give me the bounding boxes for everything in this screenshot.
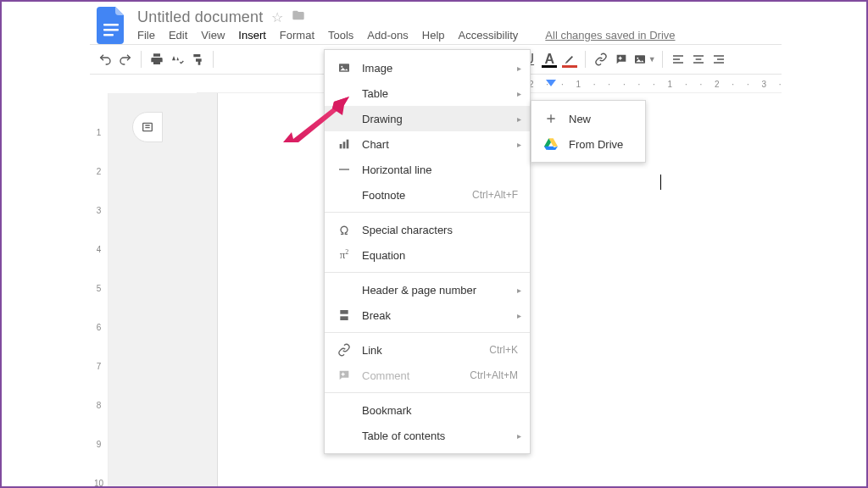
svg-rect-12 <box>347 140 349 149</box>
svg-rect-1 <box>103 29 119 31</box>
insert-menu-horizontal-line[interactable]: Horizontal line <box>325 157 530 182</box>
shortcut-label: Ctrl+K <box>489 344 518 356</box>
star-icon[interactable]: ☆ <box>271 9 283 25</box>
menu-help[interactable]: Help <box>422 29 445 42</box>
insert-menu-header-page-number[interactable]: Header & page number▸ <box>325 277 530 302</box>
redo-button[interactable] <box>115 49 136 69</box>
insert-menu-table[interactable]: Table▸ <box>325 80 530 106</box>
insert-menu-item-label: Drawing <box>362 113 403 125</box>
insert-menu-break[interactable]: Break▸ <box>325 302 530 328</box>
menubar: FileEditViewInsertFormatToolsAdd-onsHelp… <box>137 27 775 42</box>
svg-rect-13 <box>340 310 348 314</box>
submenu-arrow-icon: ▸ <box>517 311 521 320</box>
svg-rect-0 <box>103 24 119 26</box>
insert-menu-item-label: Equation <box>362 249 405 262</box>
menu-format[interactable]: Format <box>280 29 314 42</box>
insert-menu-item-label: Break <box>362 309 391 322</box>
insert-menu-item-label: Horizontal line <box>362 164 431 176</box>
insert-menu-item-label: Link <box>362 344 382 357</box>
svg-rect-16 <box>342 374 345 374</box>
menu-edit[interactable]: Edit <box>169 29 187 42</box>
submenu-arrow-icon: ▸ <box>517 140 521 149</box>
undo-button[interactable] <box>95 49 115 69</box>
insert-menu-chart[interactable]: Chart▸ <box>325 131 530 157</box>
insert-menu-bookmark[interactable]: Bookmark <box>325 397 530 423</box>
indent-marker-icon[interactable] <box>546 80 556 86</box>
insert-menu: Image▸Table▸Drawing▸Chart▸Horizontal lin… <box>324 49 531 454</box>
submenu-item-label: New <box>569 113 591 125</box>
svg-point-9 <box>341 66 342 68</box>
svg-rect-10 <box>340 144 342 148</box>
insert-menu-item-label: Footnote <box>362 189 405 202</box>
menu-accessibility[interactable]: Accessibility <box>459 29 519 42</box>
drive-icon <box>542 137 560 151</box>
menu-add-ons[interactable]: Add-ons <box>367 29 408 42</box>
plus-icon <box>542 112 560 125</box>
svg-rect-11 <box>343 141 346 148</box>
insert-comment-button[interactable] <box>611 49 632 69</box>
svg-marker-20 <box>544 147 555 150</box>
print-button[interactable] <box>147 49 167 69</box>
vertical-ruler: 12345678910 <box>90 93 108 486</box>
menu-insert[interactable]: Insert <box>238 29 266 42</box>
submenu-arrow-icon: ▸ <box>517 286 521 295</box>
insert-menu-item-label: Comment <box>362 369 409 382</box>
submenu-arrow-icon: ▸ <box>517 431 521 441</box>
break-icon <box>335 308 353 322</box>
drawing-submenu-from-drive[interactable]: From Drive <box>531 131 645 157</box>
highlight-color-button[interactable] <box>559 49 580 69</box>
text-color-button[interactable]: A <box>539 49 559 69</box>
insert-menu-item-label: Chart <box>362 138 389 151</box>
folder-icon[interactable] <box>292 8 305 25</box>
submenu-arrow-icon: ▸ <box>517 64 521 73</box>
omega-icon <box>335 223 353 236</box>
link-icon <box>335 343 353 357</box>
menu-file[interactable]: File <box>137 29 155 42</box>
document-title[interactable]: Untitled document <box>137 8 263 26</box>
paint-format-button[interactable] <box>187 49 208 69</box>
align-right-button[interactable] <box>709 49 729 69</box>
shortcut-label: Ctrl+Alt+F <box>472 189 518 201</box>
shortcut-label: Ctrl+Alt+M <box>470 369 518 381</box>
hr-icon <box>335 163 353 176</box>
align-left-button[interactable] <box>668 49 688 69</box>
insert-menu-drawing[interactable]: Drawing▸ <box>325 106 530 131</box>
svg-point-6 <box>637 58 638 59</box>
insert-menu-item-label: Bookmark <box>362 404 412 417</box>
pi-icon: π2 <box>335 248 353 262</box>
docs-app-icon[interactable] <box>97 7 125 44</box>
image-icon <box>335 61 353 75</box>
menu-tools[interactable]: Tools <box>328 29 353 42</box>
header: Untitled document ☆ FileEditViewInsertFo… <box>90 2 782 44</box>
insert-menu-footnote[interactable]: FootnoteCtrl+Alt+F <box>325 182 530 208</box>
insert-menu-special-characters[interactable]: Special characters <box>325 217 530 242</box>
submenu-arrow-icon: ▸ <box>517 89 521 98</box>
comment-icon <box>335 369 353 382</box>
text-cursor <box>660 175 661 190</box>
svg-rect-14 <box>340 316 348 320</box>
insert-link-button[interactable] <box>591 49 611 69</box>
insert-menu-item-label: Special characters <box>362 224 453 236</box>
insert-menu-equation[interactable]: π2Equation <box>325 242 530 268</box>
insert-menu-item-label: Table <box>362 87 388 100</box>
svg-rect-2 <box>103 34 114 36</box>
document-outline-button[interactable] <box>132 112 163 142</box>
drawing-submenu-new[interactable]: New <box>531 106 645 131</box>
svg-rect-4 <box>619 58 622 58</box>
align-center-button[interactable] <box>688 49 709 69</box>
insert-menu-item-label: Table of contents <box>362 430 445 442</box>
drawing-submenu: NewFrom Drive <box>531 100 646 163</box>
insert-menu-item-label: Header & page number <box>362 284 476 297</box>
insert-menu-comment: CommentCtrl+Alt+M <box>325 363 530 388</box>
insert-image-button[interactable]: ▼ <box>632 49 657 69</box>
save-status[interactable]: All changes saved in Drive <box>545 29 675 42</box>
insert-menu-image[interactable]: Image▸ <box>325 55 530 80</box>
spellcheck-button[interactable] <box>167 49 187 69</box>
submenu-arrow-icon: ▸ <box>517 114 521 124</box>
insert-menu-item-label: Image <box>362 62 392 75</box>
submenu-item-label: From Drive <box>569 138 623 151</box>
menu-view[interactable]: View <box>201 29 225 42</box>
chart-icon <box>335 137 353 151</box>
insert-menu-table-of-contents[interactable]: Table of contents▸ <box>325 423 530 448</box>
insert-menu-link[interactable]: LinkCtrl+K <box>325 337 530 363</box>
